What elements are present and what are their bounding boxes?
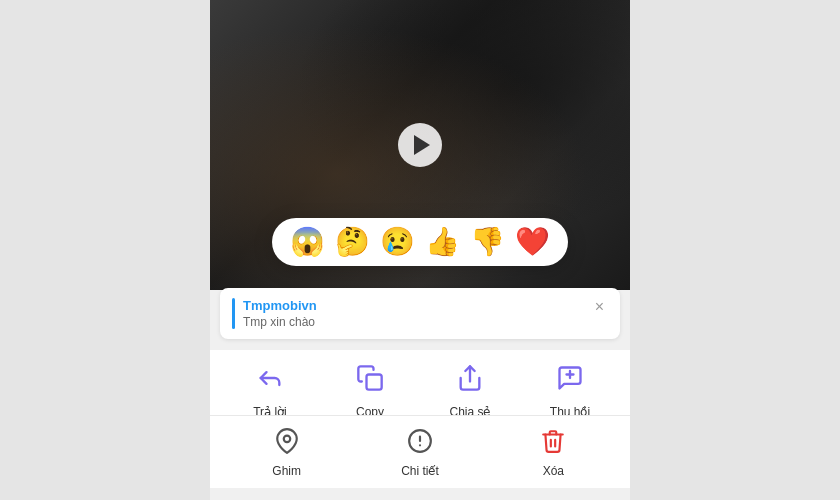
reply-action[interactable]: Trả lời [235, 364, 305, 419]
share-action[interactable]: Chia sẻ [435, 364, 505, 419]
message-content: Tmpmobivn Tmp xin chào [243, 298, 591, 329]
message-accent-bar [232, 298, 235, 329]
phone-frame: 😱 🤔 😢 👍 👎 ❤️ Tmpmobivn Tmp xin chào × Tr… [210, 0, 630, 500]
recall-action[interactable]: Thu hồi [535, 364, 605, 419]
detail-label: Chi tiết [401, 464, 439, 478]
copy-action[interactable]: Copy [335, 364, 405, 419]
emoji-thumbsdown[interactable]: 👎 [470, 228, 505, 256]
detail-action[interactable]: Chi tiết [380, 428, 460, 478]
emoji-thumbsup[interactable]: 👍 [425, 228, 460, 256]
emoji-cry[interactable]: 😢 [380, 228, 415, 256]
action-row-2: Ghim Chi tiết [210, 416, 630, 488]
share-icon [456, 364, 484, 399]
message-sender: Tmpmobivn [243, 298, 591, 313]
delete-icon [540, 428, 566, 458]
play-icon [414, 135, 430, 155]
close-button[interactable]: × [591, 298, 608, 316]
emoji-heart[interactable]: ❤️ [515, 228, 550, 256]
delete-label: Xóa [543, 464, 564, 478]
reply-icon [256, 364, 284, 399]
svg-point-2 [283, 436, 290, 443]
svg-rect-0 [367, 375, 382, 390]
delete-action[interactable]: Xóa [513, 428, 593, 478]
emoji-scream[interactable]: 😱 [290, 228, 325, 256]
message-preview: Tmpmobivn Tmp xin chào × [220, 288, 620, 339]
pin-icon [274, 428, 300, 458]
emoji-reaction-bar: 😱 🤔 😢 👍 👎 ❤️ [272, 218, 568, 266]
pin-label: Ghim [272, 464, 301, 478]
message-text: Tmp xin chào [243, 315, 591, 329]
copy-icon [356, 364, 384, 399]
recall-icon [556, 364, 584, 399]
detail-icon [407, 428, 433, 458]
emoji-think[interactable]: 🤔 [335, 228, 370, 256]
play-button[interactable] [398, 123, 442, 167]
pin-action[interactable]: Ghim [247, 428, 327, 478]
